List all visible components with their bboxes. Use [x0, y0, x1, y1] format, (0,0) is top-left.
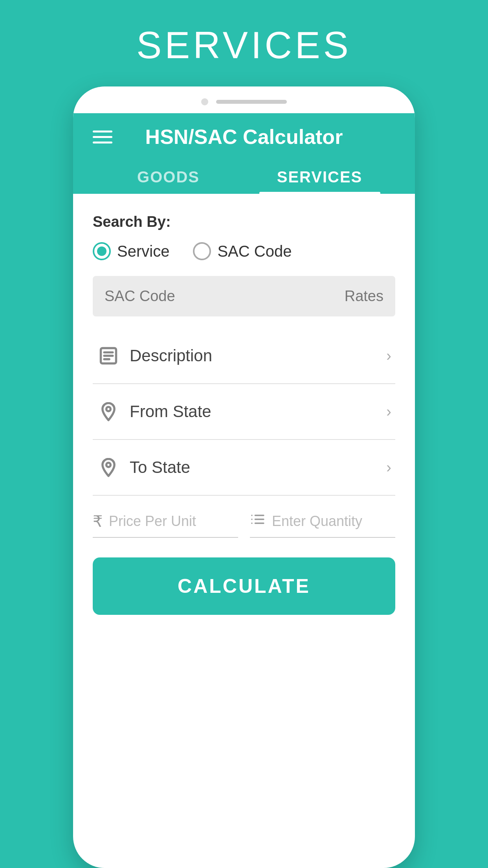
radio-label-service: Service	[117, 243, 169, 260]
calculate-button[interactable]: CALCULATE	[93, 557, 395, 615]
from-state-row[interactable]: From State ›	[93, 384, 395, 440]
price-per-unit-placeholder: Price Per Unit	[109, 513, 196, 530]
from-state-icon	[97, 400, 120, 423]
phone-home-bar	[216, 100, 287, 104]
page-title: SERVICES	[136, 24, 352, 67]
to-state-chevron-icon: ›	[386, 459, 391, 476]
tabs-row: GOODS SERVICES	[93, 160, 395, 194]
rates-column-header: Rates	[345, 288, 383, 305]
app-content: Search By: Service SAC Code SAC Code Rat…	[73, 194, 415, 638]
phone-frame: HSN/SAC Calculator GOODS SERVICES Search…	[73, 86, 415, 868]
radio-label-sac-code: SAC Code	[217, 243, 292, 260]
radio-circle-sac-code	[193, 242, 211, 260]
description-row[interactable]: Description ›	[93, 328, 395, 384]
header-top-row: HSN/SAC Calculator	[93, 125, 395, 149]
enter-quantity-field[interactable]: Enter Quantity	[250, 511, 395, 538]
price-per-unit-field[interactable]: ₹ Price Per Unit	[93, 511, 238, 538]
app-header: HSN/SAC Calculator GOODS SERVICES	[73, 113, 415, 194]
tab-services[interactable]: SERVICES	[244, 160, 395, 194]
description-label: Description	[130, 346, 386, 365]
from-state-chevron-icon: ›	[386, 403, 391, 420]
to-state-label: To State	[130, 458, 386, 477]
radio-option-service[interactable]: Service	[93, 242, 169, 260]
description-chevron-icon: ›	[386, 348, 391, 364]
to-state-row[interactable]: To State ›	[93, 440, 395, 496]
svg-point-4	[106, 407, 111, 411]
svg-point-5	[106, 463, 111, 467]
radio-circle-service	[93, 242, 111, 260]
radio-group: Service SAC Code	[93, 242, 395, 260]
to-state-icon	[97, 456, 120, 479]
enter-quantity-placeholder: Enter Quantity	[272, 513, 362, 530]
description-icon	[97, 344, 120, 368]
stack-icon	[250, 511, 266, 531]
hamburger-menu-icon[interactable]	[93, 131, 112, 143]
phone-camera-dot	[201, 98, 208, 105]
sac-header-row: SAC Code Rates	[93, 276, 395, 316]
tab-goods[interactable]: GOODS	[93, 160, 244, 194]
input-row: ₹ Price Per Unit Enter Quantity	[93, 511, 395, 538]
rupee-icon: ₹	[93, 512, 103, 530]
app-header-title: HSN/SAC Calculator	[124, 125, 364, 149]
radio-option-sac-code[interactable]: SAC Code	[193, 242, 292, 260]
from-state-label: From State	[130, 402, 386, 421]
sac-code-column-header: SAC Code	[105, 288, 175, 305]
search-by-label: Search By:	[93, 213, 395, 230]
phone-top-bar	[73, 86, 415, 113]
